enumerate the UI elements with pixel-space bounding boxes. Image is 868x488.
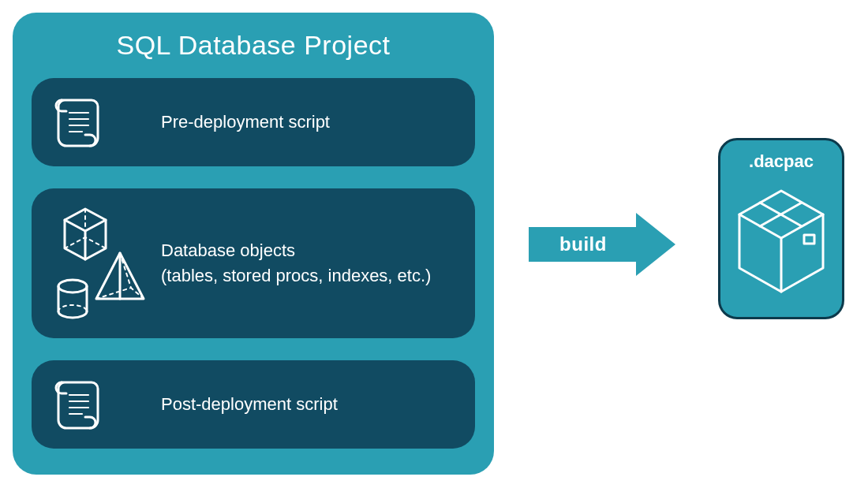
project-title: SQL Database Project — [32, 30, 475, 61]
svg-point-12 — [58, 280, 87, 292]
arrow-head-icon — [636, 213, 675, 276]
scroll-script-icon — [51, 92, 161, 152]
database-objects-line2: (tables, stored procs, indexes, etc.) — [161, 263, 456, 289]
section-post-deployment: Post-deployment script — [32, 360, 475, 449]
output-dacpac-box: .dacpac — [718, 138, 844, 319]
output-dacpac-label: .dacpac — [720, 151, 842, 172]
geometry-shapes-icon — [51, 204, 161, 322]
pre-deployment-label: Pre-deployment script — [161, 110, 456, 135]
project-panel: SQL Database Project Pre-deplo — [13, 13, 494, 475]
section-database-objects: Database objects (tables, stored procs, … — [32, 188, 475, 338]
build-arrow: build — [529, 213, 687, 276]
post-deployment-label: Post-deployment script — [161, 392, 456, 417]
svg-rect-23 — [804, 235, 814, 244]
scroll-script-icon — [51, 374, 161, 434]
package-box-icon — [730, 180, 832, 298]
database-objects-line1: Database objects — [161, 238, 456, 263]
diagram-canvas: SQL Database Project Pre-deplo — [0, 0, 868, 488]
section-pre-deployment: Pre-deployment script — [32, 78, 475, 166]
database-objects-text: Database objects (tables, stored procs, … — [161, 238, 456, 289]
build-arrow-label: build — [529, 227, 638, 262]
